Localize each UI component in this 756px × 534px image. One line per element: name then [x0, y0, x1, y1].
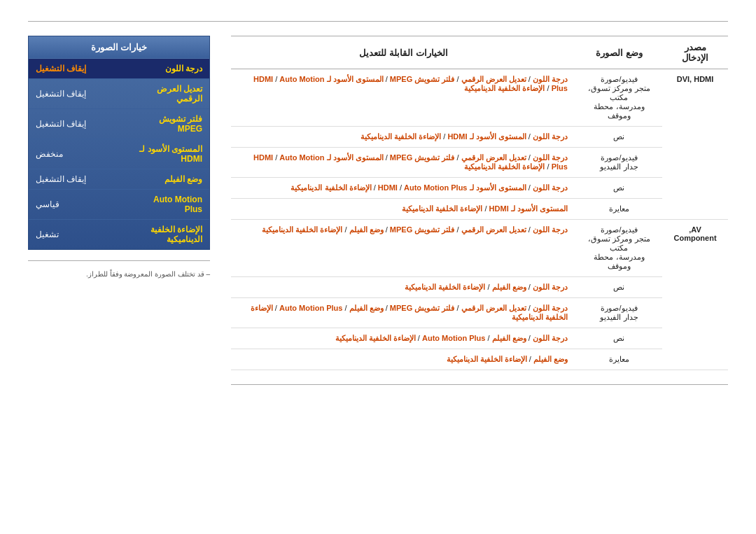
option-link: تعديل العرض الرقمي [461, 153, 526, 162]
options-cell: درجة اللون / تعديل العرض الرقمي / فلتر ت… [231, 220, 576, 277]
table-row: نص درجة اللون / المستوى الأسود لـ HDMI /… [231, 178, 728, 199]
option-link: درجة اللون [533, 153, 568, 162]
mode-cell: فيديو/صورة متجر ومركز تسوق، مكتبومدرسة، … [576, 220, 662, 277]
source-dvi-hdmi: DVI, HDMI [662, 69, 728, 220]
option-link: درجة اللون [533, 225, 568, 234]
source-av-component: AV,Component [662, 220, 728, 370]
options-cell: درجة اللون / تعديل العرض الرقمي / فلتر ت… [231, 69, 576, 127]
mode-label: متجر ومركز تسوق، مكتبومدرسة، محطة وموقف [584, 84, 654, 120]
option-link: وضع الفيلم [349, 304, 384, 312]
option-label-7: الإضاءة الخلفية الديناميكية [128, 220, 209, 250]
options-cell: درجة اللون / المستوى الأسود لـ HDMI / ال… [231, 127, 576, 148]
mode-cell: نص [576, 277, 662, 298]
option-value-2: إيقاف التشغيل [29, 79, 128, 109]
option-link: وضع الفيلم [492, 283, 526, 291]
option-link: وضع الفيلم [533, 355, 568, 363]
option-link: تعديل العرض الرقمي [461, 304, 526, 312]
options-cell: درجة اللون / وضع الفيلم / الإضاءة الخلفي… [231, 277, 576, 298]
mode-type: فيديو/صورة [584, 225, 654, 234]
option-row-5[interactable]: وضع الفيلم إيقاف التشغيل [29, 169, 209, 190]
table-row: نص درجة اللون / المستوى الأسود لـ HDMI /… [231, 127, 728, 148]
option-link: درجة اللون [533, 334, 568, 342]
page: خيارات الصورة درجة اللون إيقاف التشغيل ت… [0, 0, 756, 534]
option-row-2[interactable]: تعديل العرض الرقمي إيقاف التشغيل [29, 79, 209, 109]
header-options: الخيارات القابلة للتعديل [231, 36, 576, 69]
table-row: معايرة وضع الفيلم / الإضاءة الخلفية الدي… [231, 349, 728, 370]
header-source: مصدر الإدخال [662, 36, 728, 69]
option-link: الإضاءة الخلفية الديناميكية [447, 355, 527, 363]
option-link: فلتر تشويش MPEG [390, 153, 455, 162]
option-link: درجة اللون [533, 132, 568, 141]
mode-type: فيديو/صورة [584, 153, 654, 162]
option-row-7[interactable]: الإضاءة الخلفية الديناميكية تشغيل [29, 220, 209, 250]
top-rule [28, 21, 728, 22]
option-link: الإضاءة الخلفية الديناميكية [290, 183, 371, 192]
table-row: DVI, HDMI فيديو/صورة متجر ومركز تسوق، مك… [231, 69, 728, 127]
option-link: Auto Motion Plus [404, 183, 467, 192]
mode-type: فيديو/صورة [584, 75, 654, 84]
option-link: فلتر تشويش MPEG [390, 304, 455, 312]
mode-cell: فيديو/صورة جدار الفيديو [576, 148, 662, 178]
option-value-5: إيقاف التشغيل [29, 169, 128, 190]
option-value-7: تشغيل [29, 220, 128, 250]
options-table: درجة اللون إيقاف التشغيل تعديل العرض الر… [29, 59, 209, 249]
table-row: AV,Component فيديو/صورة متجر ومركز تسوق،… [231, 220, 728, 277]
mode-cell: فيديو/صورة متجر ومركز تسوق، مكتبومدرسة، … [576, 69, 662, 127]
option-link: فلتر تشويش MPEG [390, 225, 455, 234]
mode-cell: نص [576, 178, 662, 199]
option-label-1: درجة اللون [128, 59, 209, 79]
bottom-rule [231, 384, 728, 385]
table-row: معايرة المستوى الأسود لـ HDMI / الإضاءة … [231, 199, 728, 220]
option-link: وضع الفيلم [349, 225, 384, 234]
option-link: الإضاءة الخلفية الديناميكية [405, 283, 485, 291]
option-label-3: فلتر تشويش MPEG [128, 109, 209, 139]
option-link: الإضاءة الخلفية الديناميكية [464, 162, 545, 171]
option-link: Auto Motion Plus [279, 304, 342, 312]
option-link: تعديل العرض الرقمي [461, 75, 526, 83]
option-label-5: وضع الفيلم [128, 169, 209, 190]
content-area: خيارات الصورة درجة اللون إيقاف التشغيل ت… [28, 36, 728, 385]
option-label-4: المستوى الأسود لـ HDMI [128, 139, 209, 169]
option-row-1[interactable]: درجة اللون إيقاف التشغيل [29, 59, 209, 79]
option-value-3: إيقاف التشغيل [29, 109, 128, 139]
table-row: نص درجة اللون / وضع الفيلم / Auto Motion… [231, 328, 728, 349]
option-link: درجة اللون [533, 75, 568, 83]
option-link: المستوى الأسود لـ HDMI [447, 132, 526, 141]
picture-options-box: خيارات الصورة درجة اللون إيقاف التشغيل ت… [28, 36, 210, 250]
mode-label: جدار الفيديو [584, 313, 654, 322]
options-cell: المستوى الأسود لـ HDMI / الإضاءة الخلفية… [231, 199, 576, 220]
option-link: الإضاءة الخلفية الديناميكية [464, 84, 545, 92]
option-link: تعديل العرض الرقمي [461, 225, 526, 234]
main-table-area: مصدر الإدخال وضع الصورة الخيارات القابلة… [231, 36, 728, 385]
main-table: مصدر الإدخال وضع الصورة الخيارات القابلة… [231, 36, 728, 370]
divider-line [28, 260, 210, 261]
option-link: المستوى الأسود لـ HDMI [489, 204, 568, 213]
right-panel: خيارات الصورة درجة اللون إيقاف التشغيل ت… [28, 36, 210, 281]
picture-options-title: خيارات الصورة [29, 36, 209, 59]
mode-cell: فيديو/صورة جدار الفيديو [576, 298, 662, 328]
option-link: الإضاءة الخلفية الديناميكية [360, 132, 441, 141]
option-row-4[interactable]: المستوى الأسود لـ HDMI منخفض [29, 139, 209, 169]
option-link: وضع الفيلم [492, 334, 526, 342]
options-cell: درجة اللون / تعديل العرض الرقمي / فلتر ت… [231, 148, 576, 178]
option-value-1: إيقاف التشغيل [29, 59, 128, 79]
mode-label: متجر ومركز تسوق، مكتبومدرسة، محطة وموقف [584, 234, 654, 271]
option-row-3[interactable]: فلتر تشويش MPEG إيقاف التشغيل [29, 109, 209, 139]
options-cell: درجة اللون / تعديل العرض الرقمي / فلتر ت… [231, 298, 576, 328]
option-link: الإضاءة الخلفية الديناميكية [262, 225, 342, 234]
option-link: فلتر تشويش MPEG [390, 75, 455, 83]
table-row: فيديو/صورة جدار الفيديو درجة اللون / تعد… [231, 298, 728, 328]
table-row: نص درجة اللون / وضع الفيلم / الإضاءة الخ… [231, 277, 728, 298]
options-cell: درجة اللون / المستوى الأسود لـ HDMI / Au… [231, 178, 576, 199]
option-value-4: منخفض [29, 139, 128, 169]
option-link: الإضاءة الخلفية الديناميكية [335, 334, 416, 342]
option-row-6[interactable]: Auto Motion Plus قياسي [29, 190, 209, 220]
mode-cell: نص [576, 328, 662, 349]
table-row: فيديو/صورة جدار الفيديو درجة اللون / تعد… [231, 148, 728, 178]
option-link: درجة اللون [533, 183, 568, 192]
table-header-row: مصدر الإدخال وضع الصورة الخيارات القابلة… [231, 36, 728, 69]
mode-type: فيديو/صورة [584, 304, 654, 313]
option-value-6: قياسي [29, 190, 128, 220]
option-link: درجة اللون [533, 304, 568, 312]
option-label-6: Auto Motion Plus [128, 190, 209, 220]
